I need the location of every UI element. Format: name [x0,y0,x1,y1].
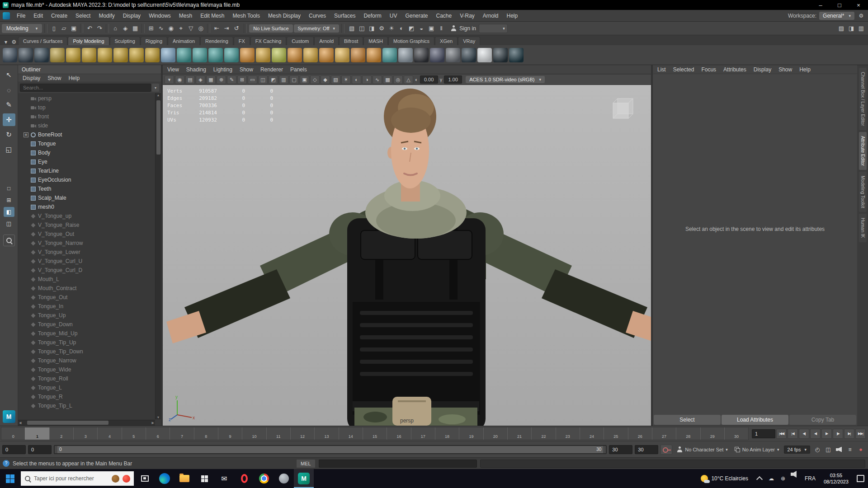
outliner-item-tongue-out[interactable]: Tongue_Out [18,293,155,302]
zoom-tool-button[interactable] [3,235,15,246]
timeline-frame-12[interactable]: 12 [290,427,314,440]
four-pane-layout-button[interactable]: ⊞ [4,195,14,205]
shelf-wire-cube-icon[interactable] [19,48,33,62]
load-attributes-button[interactable]: Load Attributes [722,415,788,425]
shelf-poly-cylinder-icon[interactable] [98,48,112,62]
menu-mesh-tools[interactable]: Mesh Tools [229,11,264,21]
maximize-button[interactable]: □ [830,0,849,10]
shelf-poly-cone-icon[interactable] [113,48,128,62]
outliner-item-tongue-l[interactable]: Tongue_L [18,383,155,392]
mail-app[interactable]: ✉ [214,469,234,488]
look-dev-icon[interactable]: ◒ [416,23,426,33]
outliner-item-v-tongue-out[interactable]: V_Tongue_Out [18,230,155,239]
outliner-item-v-tongue-up[interactable]: V_Tongue_up [18,211,155,221]
menu-file[interactable]: File [13,11,29,21]
opera-app[interactable] [234,469,254,488]
shelf-poly-plane-icon[interactable] [161,48,175,62]
safe-action-icon[interactable]: ▢ [289,75,299,84]
scale-tool[interactable]: ◱ [3,143,15,156]
shelf-platonic-icon[interactable] [382,48,397,62]
playblast-icon[interactable]: ◫ [823,445,833,455]
anim-layer-dropdown[interactable]: No Anim Layer ▾ [732,447,782,452]
timeline-frame-29[interactable]: 29 [700,427,724,440]
depth-of-field-icon[interactable]: ◎ [393,75,403,84]
group-separator[interactable] [244,24,247,33]
outliner-item-eye[interactable]: Eye [18,157,155,166]
shelf-poly-cube-icon[interactable] [82,48,96,62]
shelf-gear-icon[interactable]: ⚙ [10,39,18,45]
light-editor-icon[interactable]: ☀ [387,23,396,33]
viewport-menu-panels[interactable]: Panels [287,66,311,73]
minimize-button[interactable]: – [811,0,830,10]
shelf-tab-bifrost[interactable]: Bifrost [339,37,363,45]
shelf-quad-draw-icon[interactable] [272,48,286,62]
shelf-smooth-icon[interactable] [240,48,255,62]
grid-icon[interactable]: ⊞ [237,75,247,84]
motion-blur-icon[interactable]: ∿ [373,75,382,84]
shelf-bridge-icon[interactable] [208,48,223,62]
ae-menu-show[interactable]: Show [775,66,796,73]
shelf-frame-icon[interactable] [477,48,492,62]
taskbar-search-box[interactable]: Taper ici pour rechercher [21,471,134,486]
shelf-menu-icon[interactable]: ▾ [2,39,10,45]
render-view-icon[interactable]: ▧ [347,23,357,33]
ae-menu-selected[interactable]: Selected [670,66,698,73]
menu-edit-mesh[interactable]: Edit Mesh [196,11,228,21]
outliner-item-mouth-l[interactable]: Mouth_L [18,275,155,284]
sign-in-area[interactable]: Sign in ▾ [451,24,508,33]
outliner-item-side[interactable]: side [18,121,155,130]
two-pane-layout-button[interactable]: ◫ [4,219,14,229]
menu-create[interactable]: Create [47,11,71,21]
field-chart-icon[interactable]: ▥ [279,75,288,84]
sidebar-tab-modeling-toolkit[interactable]: Modeling Toolkit [859,172,867,212]
outliner-item-tongue[interactable]: Tongue [18,139,155,148]
shelf-tab-mash[interactable]: MASH [363,37,388,45]
timeline-frame-3[interactable]: 3 [73,427,97,440]
menu-set-dropdown[interactable]: Modeling ▾ [2,24,42,33]
output-connections-icon[interactable]: ⇥ [222,23,231,33]
shelf-texture-sphere-icon[interactable] [446,48,460,62]
shelf-tab-xgen[interactable]: XGen [435,37,458,45]
outliner-menu-display[interactable]: Display [19,75,44,82]
menu-arnold[interactable]: Arnold [479,11,503,21]
shelf-poly-sphere-icon[interactable] [66,48,80,62]
outliner-vertical-scrollbar[interactable]: ▲ ▼ [155,93,161,419]
play-forward-button[interactable]: ▶ [821,429,832,439]
gate-mask-icon[interactable]: ◩ [269,75,278,84]
select-button[interactable]: Select [654,415,721,425]
outliner-item-body[interactable]: Body [18,148,155,157]
menu-uv[interactable]: UV [386,11,401,21]
open-scene-icon[interactable]: ▱ [59,23,69,33]
ae-menu-attributes[interactable]: Attributes [720,66,750,73]
outliner-item-tongue-tip-down[interactable]: Tongue_Tip_Down [18,347,155,356]
ae-menu-help[interactable]: Help [796,66,814,73]
shelf-light-sphere-icon[interactable] [462,48,476,62]
menu-mesh-display[interactable]: Mesh Display [264,11,305,21]
resolution-gate-icon[interactable]: ◫ [258,75,268,84]
smooth-shade-icon[interactable]: ◆ [321,75,330,84]
shelf-extrude-icon[interactable] [177,48,191,62]
mel-toggle-button[interactable]: MEL [296,459,316,468]
outliner-item-tongue-r[interactable]: Tongue_R [18,392,155,401]
viewport-canvas[interactable]: Verts91058700Edges20918200Faces70033600T… [163,85,651,426]
grease-pencil-icon[interactable]: ✎ [227,75,236,84]
clock[interactable]: 03:55 08/12/2023 [820,472,853,485]
timeline-frame-10[interactable]: 10 [242,427,266,440]
outliner-item-tongue-narrow[interactable]: Tongue_Narrow [18,356,155,365]
select-camera-icon[interactable]: ▾ [165,75,174,84]
timeline-frame-19[interactable]: 19 [459,427,483,440]
timeline-frame-26[interactable]: 26 [628,427,652,440]
fps-dropdown[interactable]: 24 fps ▾ [784,446,811,454]
store-app[interactable] [194,469,214,488]
outliner-item-v-tongue-lower[interactable]: V_Tongue_Lower [18,248,155,257]
timeline-frame-14[interactable]: 14 [339,427,363,440]
outliner-horizontal-scrollbar[interactable]: ◀ ▶ [18,420,155,426]
step-back-key-button[interactable]: ◀| [799,429,809,439]
vray-framebuffer-icon[interactable]: ▣ [426,23,436,33]
shelf-tab-motion-graphics[interactable]: Motion Graphics [388,37,434,45]
timeline-frame-23[interactable]: 23 [556,427,580,440]
timeline-frame-11[interactable]: 11 [266,427,290,440]
safe-title-icon[interactable]: ▣ [300,75,309,84]
current-time-field[interactable]: 1 [752,429,775,438]
timeline-frame-21[interactable]: 21 [507,427,531,440]
